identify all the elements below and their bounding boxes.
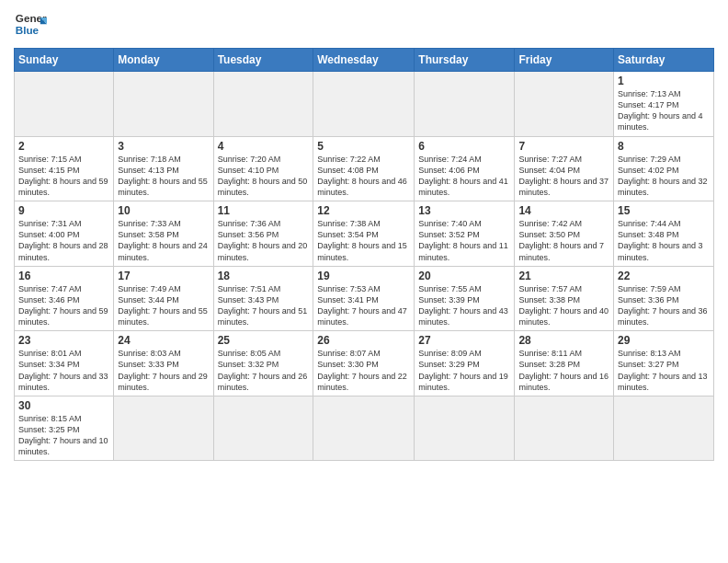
day-info: Sunrise: 8:09 AMSunset: 3:29 PMDaylight:… xyxy=(418,348,510,393)
day-info: Sunrise: 7:42 AMSunset: 3:50 PMDaylight:… xyxy=(518,218,609,263)
day-info: Sunrise: 8:07 AMSunset: 3:30 PMDaylight:… xyxy=(317,348,410,393)
day-cell: 26Sunrise: 8:07 AMSunset: 3:30 PMDayligh… xyxy=(313,331,415,396)
day-number: 11 xyxy=(218,204,310,217)
weekday-header-tuesday: Tuesday xyxy=(213,49,313,72)
day-info: Sunrise: 7:22 AMSunset: 4:08 PMDaylight:… xyxy=(317,154,410,199)
day-number: 2 xyxy=(18,140,109,153)
day-cell: 16Sunrise: 7:47 AMSunset: 3:46 PMDayligh… xyxy=(15,266,114,331)
day-cell xyxy=(313,396,415,461)
day-cell: 4Sunrise: 7:20 AMSunset: 4:10 PMDaylight… xyxy=(213,136,313,201)
day-number: 24 xyxy=(118,334,209,347)
week-row-0: 1Sunrise: 7:13 AMSunset: 4:17 PMDaylight… xyxy=(15,72,714,137)
page: General Blue SundayMondayTuesdayWednesda… xyxy=(0,0,728,563)
weekday-header-thursday: Thursday xyxy=(415,49,515,72)
day-cell: 7Sunrise: 7:27 AMSunset: 4:04 PMDaylight… xyxy=(515,136,614,201)
weekday-header-saturday: Saturday xyxy=(614,49,714,72)
day-cell: 29Sunrise: 8:13 AMSunset: 3:27 PMDayligh… xyxy=(614,331,714,396)
day-number: 12 xyxy=(317,204,410,217)
day-info: Sunrise: 8:01 AMSunset: 3:34 PMDaylight:… xyxy=(18,348,109,393)
day-cell: 19Sunrise: 7:53 AMSunset: 3:41 PMDayligh… xyxy=(313,266,415,331)
day-info: Sunrise: 7:27 AMSunset: 4:04 PMDaylight:… xyxy=(518,154,609,199)
weekday-header-friday: Friday xyxy=(515,49,614,72)
day-cell: 12Sunrise: 7:38 AMSunset: 3:54 PMDayligh… xyxy=(313,201,415,267)
logo: General Blue xyxy=(14,9,47,42)
day-cell: 15Sunrise: 7:44 AMSunset: 3:48 PMDayligh… xyxy=(614,201,714,267)
day-info: Sunrise: 7:55 AMSunset: 3:39 PMDaylight:… xyxy=(418,283,510,328)
day-cell: 23Sunrise: 8:01 AMSunset: 3:34 PMDayligh… xyxy=(15,331,114,396)
day-cell xyxy=(114,72,213,137)
day-cell xyxy=(515,396,614,461)
day-number: 6 xyxy=(418,140,510,153)
week-row-4: 23Sunrise: 8:01 AMSunset: 3:34 PMDayligh… xyxy=(15,331,714,396)
day-cell: 24Sunrise: 8:03 AMSunset: 3:33 PMDayligh… xyxy=(114,331,213,396)
day-info: Sunrise: 7:36 AMSunset: 3:56 PMDaylight:… xyxy=(218,218,310,263)
day-number: 26 xyxy=(317,334,410,347)
day-info: Sunrise: 7:47 AMSunset: 3:46 PMDaylight:… xyxy=(18,283,109,328)
day-cell: 17Sunrise: 7:49 AMSunset: 3:44 PMDayligh… xyxy=(114,266,213,331)
day-info: Sunrise: 8:11 AMSunset: 3:28 PMDaylight:… xyxy=(518,348,609,393)
day-number: 21 xyxy=(518,270,609,282)
day-number: 28 xyxy=(518,334,609,347)
day-cell: 1Sunrise: 7:13 AMSunset: 4:17 PMDaylight… xyxy=(614,72,714,137)
day-cell xyxy=(415,396,515,461)
day-cell: 3Sunrise: 7:18 AMSunset: 4:13 PMDaylight… xyxy=(114,136,213,201)
day-info: Sunrise: 8:15 AMSunset: 3:25 PMDaylight:… xyxy=(18,413,109,458)
day-number: 27 xyxy=(418,334,510,347)
day-number: 29 xyxy=(618,334,710,347)
day-cell: 13Sunrise: 7:40 AMSunset: 3:52 PMDayligh… xyxy=(415,201,515,267)
day-number: 10 xyxy=(118,204,209,217)
day-cell xyxy=(614,396,714,461)
day-info: Sunrise: 7:13 AMSunset: 4:17 PMDaylight:… xyxy=(618,88,710,133)
day-cell xyxy=(415,72,515,137)
day-number: 7 xyxy=(518,140,609,153)
week-row-2: 9Sunrise: 7:31 AMSunset: 4:00 PMDaylight… xyxy=(15,201,714,267)
weekday-header-monday: Monday xyxy=(114,49,213,72)
day-cell: 18Sunrise: 7:51 AMSunset: 3:43 PMDayligh… xyxy=(213,266,313,331)
day-info: Sunrise: 8:05 AMSunset: 3:32 PMDaylight:… xyxy=(218,348,310,393)
day-number: 18 xyxy=(218,270,310,282)
day-info: Sunrise: 7:49 AMSunset: 3:44 PMDaylight:… xyxy=(118,283,209,328)
day-cell: 9Sunrise: 7:31 AMSunset: 4:00 PMDaylight… xyxy=(15,201,114,267)
day-cell: 2Sunrise: 7:15 AMSunset: 4:15 PMDaylight… xyxy=(15,136,114,201)
day-number: 1 xyxy=(618,75,710,87)
day-cell xyxy=(313,72,415,137)
day-info: Sunrise: 7:59 AMSunset: 3:36 PMDaylight:… xyxy=(618,283,710,328)
week-row-5: 30Sunrise: 8:15 AMSunset: 3:25 PMDayligh… xyxy=(15,396,714,461)
day-info: Sunrise: 7:20 AMSunset: 4:10 PMDaylight:… xyxy=(218,154,310,199)
day-info: Sunrise: 7:24 AMSunset: 4:06 PMDaylight:… xyxy=(418,154,510,199)
day-number: 9 xyxy=(18,204,109,217)
week-row-3: 16Sunrise: 7:47 AMSunset: 3:46 PMDayligh… xyxy=(15,266,714,331)
day-cell: 11Sunrise: 7:36 AMSunset: 3:56 PMDayligh… xyxy=(213,201,313,267)
day-number: 17 xyxy=(118,270,209,282)
day-info: Sunrise: 7:51 AMSunset: 3:43 PMDaylight:… xyxy=(218,283,310,328)
day-cell: 22Sunrise: 7:59 AMSunset: 3:36 PMDayligh… xyxy=(614,266,714,331)
day-info: Sunrise: 7:18 AMSunset: 4:13 PMDaylight:… xyxy=(118,154,209,199)
day-info: Sunrise: 7:33 AMSunset: 3:58 PMDaylight:… xyxy=(118,218,209,263)
day-info: Sunrise: 7:57 AMSunset: 3:38 PMDaylight:… xyxy=(518,283,609,328)
logo-icon: General Blue xyxy=(14,9,47,42)
svg-text:Blue: Blue xyxy=(16,24,40,36)
day-cell xyxy=(515,72,614,137)
weekday-header-sunday: Sunday xyxy=(15,49,114,72)
day-info: Sunrise: 8:03 AMSunset: 3:33 PMDaylight:… xyxy=(118,348,209,393)
day-cell xyxy=(213,396,313,461)
day-cell: 14Sunrise: 7:42 AMSunset: 3:50 PMDayligh… xyxy=(515,201,614,267)
day-number: 20 xyxy=(418,270,510,282)
day-info: Sunrise: 7:53 AMSunset: 3:41 PMDaylight:… xyxy=(317,283,410,328)
day-cell xyxy=(213,72,313,137)
day-info: Sunrise: 7:44 AMSunset: 3:48 PMDaylight:… xyxy=(618,218,710,263)
day-cell xyxy=(114,396,213,461)
day-cell: 30Sunrise: 8:15 AMSunset: 3:25 PMDayligh… xyxy=(15,396,114,461)
day-number: 23 xyxy=(18,334,109,347)
day-number: 15 xyxy=(618,204,710,217)
weekday-header-row: SundayMondayTuesdayWednesdayThursdayFrid… xyxy=(15,49,714,72)
day-cell: 28Sunrise: 8:11 AMSunset: 3:28 PMDayligh… xyxy=(515,331,614,396)
day-number: 19 xyxy=(317,270,410,282)
day-info: Sunrise: 7:40 AMSunset: 3:52 PMDaylight:… xyxy=(418,218,510,263)
weekday-header-wednesday: Wednesday xyxy=(313,49,415,72)
day-number: 13 xyxy=(418,204,510,217)
day-cell xyxy=(15,72,114,137)
day-info: Sunrise: 7:15 AMSunset: 4:15 PMDaylight:… xyxy=(18,154,109,199)
day-cell: 6Sunrise: 7:24 AMSunset: 4:06 PMDaylight… xyxy=(415,136,515,201)
day-number: 8 xyxy=(618,140,710,153)
